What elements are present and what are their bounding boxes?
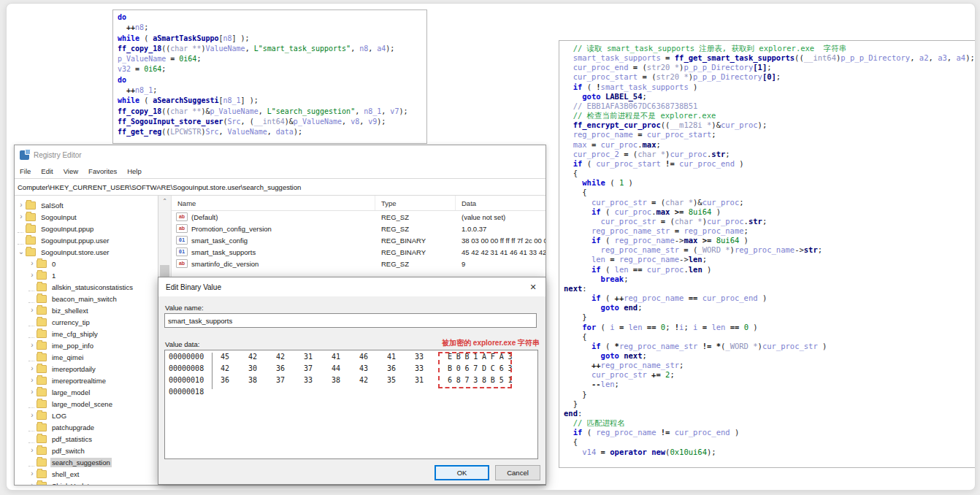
tree-item-LOG[interactable]: ›LOG	[15, 410, 158, 421]
hex-byte: 37	[296, 364, 324, 372]
value-data-cell: 45 42 42 31 41 46 41 33 42 30 36 37 44 4…	[456, 248, 545, 256]
menu-help[interactable]: Help	[127, 167, 142, 175]
tree-item-imereportrealtime[interactable]: ›imereportrealtime	[15, 375, 158, 386]
chevron-collapsed-icon[interactable]: ›	[28, 272, 37, 279]
tree-item-ime_qimei[interactable]: ime_qimei	[15, 351, 158, 363]
value-row[interactable]: ab(Default)REG_SZ(value not set)	[172, 211, 545, 223]
folder-icon	[37, 318, 47, 326]
value-row[interactable]: absmartinfo_dic_versionREG_SZ9	[172, 258, 545, 269]
column-header-name[interactable]: Name	[172, 196, 375, 210]
hex-byte: 31	[296, 353, 324, 361]
chevron-collapsed-icon[interactable]: ›	[17, 202, 26, 209]
chevron-collapsed-icon[interactable]: ›	[28, 260, 37, 267]
tree-item-ShiplyUpdate[interactable]: ›ShiplyUpdate	[15, 480, 158, 485]
value-name-cell: ab(Default)	[172, 212, 375, 221]
dialog-title-bar[interactable]: Edit Binary Value	[158, 277, 545, 296]
registry-title-bar[interactable]: Registry Editor	[15, 145, 545, 164]
chevron-expanded-icon[interactable]: ⌄	[17, 248, 26, 256]
chevron-collapsed-icon[interactable]: ›	[28, 482, 37, 485]
chevron-collapsed-icon[interactable]: ›	[28, 342, 37, 349]
decompiler-snippet-right: // 读取 smart_task_supports 注册表, 获取到 explo…	[559, 40, 976, 468]
code-line: // EBB1AFA3B067DC6368738B51	[564, 101, 976, 111]
value-row[interactable]: 01smart_task_supportsREG_BINARY45 42 42 …	[172, 246, 545, 258]
tree-item-0[interactable]: ›0	[15, 258, 158, 269]
value-name-cell: 01smart_task_config	[172, 236, 375, 245]
tree-item-patchupgrade[interactable]: patchupgrade	[15, 421, 158, 433]
folder-icon	[37, 353, 47, 361]
ascii-highlight-box	[438, 352, 512, 388]
tree-item-large_model[interactable]: ›large_model	[15, 386, 158, 398]
tree-item-SogouInput[interactable]: ›SogouInput	[15, 211, 158, 223]
column-header-type[interactable]: Type	[375, 196, 456, 210]
value-data-cell: 1.0.0.37	[456, 225, 545, 233]
scrollbar-up-icon[interactable]: ⌃	[158, 196, 171, 207]
hex-byte: 41	[324, 353, 352, 361]
tree-item-currency_tip[interactable]: currency_tip	[15, 316, 158, 328]
code-line: ff_copy_18((char **)ValueName, L"smart_t…	[118, 44, 422, 54]
tree-item-imereportdaily[interactable]: ›imereportdaily	[15, 363, 158, 375]
chevron-collapsed-icon[interactable]: ›	[17, 213, 26, 220]
menu-favorites[interactable]: Favorites	[88, 167, 117, 175]
code-line: end:	[564, 409, 976, 418]
column-header-data[interactable]: Data	[456, 196, 545, 210]
tree-item-large_model_scene[interactable]: large_model_scene	[15, 398, 158, 410]
tree-item-pdf_statistics[interactable]: pdf_statistics	[15, 433, 158, 445]
dialog-title: Edit Binary Value	[166, 283, 221, 291]
tree-item-biz_shellext[interactable]: ›biz_shellext	[15, 304, 158, 316]
value-name-text: smart_task_supports	[191, 248, 256, 256]
cancel-button[interactable]: Cancel	[495, 465, 540, 480]
folder-icon	[37, 435, 47, 443]
tree-item-1[interactable]: ›1	[15, 269, 158, 281]
chevron-collapsed-icon[interactable]: ›	[28, 412, 37, 419]
tree-item-shell_ext[interactable]: ›shell_ext	[15, 468, 158, 480]
tree-item-SalSoft[interactable]: ›SalSoft	[15, 199, 158, 211]
code-line: if ( cur_proc_start != cur_proc_end )	[564, 159, 976, 169]
string-value-icon: ab	[176, 212, 188, 221]
folder-icon	[37, 412, 47, 420]
tree-item-SogouInput.ppup.user[interactable]: SogouInput.ppup.user	[15, 234, 158, 246]
menu-edit[interactable]: Edit	[41, 167, 53, 175]
menu-file[interactable]: File	[20, 167, 31, 175]
code-line: p_ValueName = 0i64;	[118, 54, 422, 64]
tree-item-search_suggestion[interactable]: search_suggestion	[15, 456, 158, 468]
tree-item-pdf_switch[interactable]: ›pdf_switch	[15, 445, 158, 456]
tree-item-ime_cfg_shiply[interactable]: ime_cfg_shiply	[15, 328, 158, 339]
edit-binary-value-dialog: Edit Binary Value ✕ Value name: Value da…	[158, 277, 546, 485]
chevron-collapsed-icon[interactable]: ›	[28, 307, 37, 314]
tree-item-SogouInput.store.user[interactable]: ⌄SogouInput.store.user	[15, 246, 158, 258]
code-line: while ( 1 )	[564, 178, 976, 188]
registry-tree: ›SalSoft›SogouInputSogouInput.ppupSogouI…	[15, 196, 158, 485]
folder-icon	[37, 307, 47, 315]
close-icon[interactable]: ✕	[521, 277, 545, 296]
folder-icon	[37, 295, 47, 303]
tree-item-allskin_statusiconstatistics[interactable]: allskin_statusiconstatistics	[15, 281, 158, 293]
value-row[interactable]: abPromotion_config_versionREG_SZ1.0.0.37	[172, 223, 545, 234]
tree-item-SogouInput.ppup[interactable]: SogouInput.ppup	[15, 223, 158, 234]
hex-byte: 33	[407, 353, 435, 361]
string-value-icon: ab	[176, 259, 188, 268]
tree-item-beacon_main_switch[interactable]: beacon_main_switch	[15, 293, 158, 304]
value-name-text: smartinfo_dic_version	[191, 260, 259, 268]
tree-label: 0	[50, 259, 57, 269]
hex-byte: 42	[352, 376, 380, 384]
menu-view[interactable]: View	[64, 167, 78, 175]
hex-byte: 43	[352, 364, 380, 372]
chevron-collapsed-icon[interactable]: ›	[28, 377, 37, 384]
chevron-collapsed-icon[interactable]: ›	[28, 365, 37, 372]
folder-icon	[37, 447, 47, 455]
values-list: ab(Default)REG_SZ(value not set)abPromot…	[172, 211, 545, 269]
ok-button[interactable]: OK	[435, 465, 489, 480]
chevron-collapsed-icon[interactable]: ›	[28, 470, 37, 477]
value-row[interactable]: 01smart_task_configREG_BINARY38 03 00 00…	[172, 234, 545, 246]
tree-item-ime_pop_info[interactable]: ›ime_pop_info	[15, 339, 158, 351]
hex-byte: 38	[324, 376, 352, 384]
address-bar[interactable]: Computer\HKEY_CURRENT_USER\SOFTWARE\Sogo…	[15, 178, 545, 196]
value-name-input[interactable]	[164, 313, 537, 328]
chevron-collapsed-icon[interactable]: ›	[28, 447, 37, 454]
chevron-collapsed-icon[interactable]: ›	[28, 388, 37, 396]
hex-editor[interactable]: 000000004542423141464133EBB1AFA300000008…	[164, 350, 538, 459]
tree-label: SogouInput.store.user	[39, 248, 110, 257]
folder-icon	[37, 458, 47, 467]
code-line: break;	[564, 275, 976, 284]
value-type-cell: REG_SZ	[375, 213, 456, 221]
